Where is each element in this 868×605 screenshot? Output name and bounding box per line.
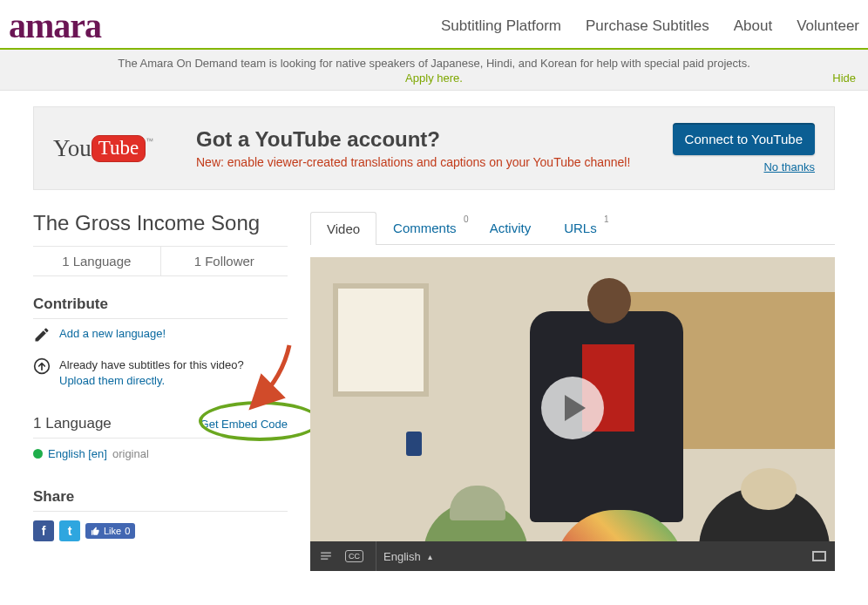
add-language-link[interactable]: Add a new language! xyxy=(59,327,166,340)
get-embed-code-link[interactable]: Get Embed Code xyxy=(200,418,288,431)
video-still-hair xyxy=(741,468,797,510)
youtube-logo-you: You xyxy=(53,135,92,161)
stats-row: 1 Language 1 Follower xyxy=(33,246,288,276)
amara-logo[interactable]: amara xyxy=(9,5,136,46)
transcript-icon[interactable] xyxy=(319,550,333,562)
youtube-logo-tube: Tube xyxy=(92,135,146,162)
apply-here-link[interactable]: Apply here. xyxy=(14,71,854,85)
languages-section-header: 1 Language Get Embed Code xyxy=(33,415,288,438)
nav-volunteer[interactable]: Volunteer xyxy=(797,17,859,35)
chevron-up-icon: ▴ xyxy=(428,552,432,561)
video-tabs: Video Comments0 Activity URLs1 xyxy=(310,211,835,245)
left-column: The Gross Income Song 1 Language 1 Follo… xyxy=(33,211,288,571)
stat-followers[interactable]: 1 Follower xyxy=(160,247,288,275)
tab-urls-label: URLs xyxy=(564,221,597,235)
youtube-promo-box: YouTube™ Got a YouTube account? New: ena… xyxy=(33,106,835,190)
facebook-like-button[interactable]: Like 0 xyxy=(85,523,135,539)
like-count: 0 xyxy=(125,526,130,536)
tab-urls[interactable]: URLs1 xyxy=(547,211,614,244)
svg-rect-1 xyxy=(321,552,331,554)
cc-icon[interactable]: CC xyxy=(345,550,363,562)
twitter-share-button[interactable]: t xyxy=(59,520,80,541)
promo-heading: Got a YouTube account? xyxy=(196,127,673,152)
youtube-logo: YouTube™ xyxy=(53,135,175,162)
pen-icon xyxy=(33,326,51,343)
languages-count-heading: 1 Language xyxy=(33,415,112,432)
svg-rect-3 xyxy=(321,558,328,560)
nav-purchase-subtitles[interactable]: Purchase Subtitles xyxy=(586,17,709,35)
language-item-english: English [en] original xyxy=(33,438,288,469)
video-still-cup xyxy=(406,432,422,456)
subtitle-language-label: English xyxy=(383,550,421,563)
promo-subtext: New: enable viewer-created translations … xyxy=(196,155,673,169)
share-row: f t Like 0 xyxy=(33,512,288,541)
status-dot-icon xyxy=(33,449,43,459)
video-still-frame xyxy=(333,283,429,397)
stat-languages[interactable]: 1 Language xyxy=(33,247,160,275)
upload-icon xyxy=(33,357,51,375)
upload-subtitles-row: Already have subtitles for this video? U… xyxy=(33,350,288,396)
nav-about[interactable]: About xyxy=(734,17,772,35)
tab-comments[interactable]: Comments0 xyxy=(376,211,473,244)
no-thanks-link[interactable]: No thanks xyxy=(673,160,815,173)
hide-announcement-link[interactable]: Hide xyxy=(832,71,856,85)
fullscreen-icon[interactable] xyxy=(812,551,826,561)
site-header: amara Subtitling Platform Purchase Subti… xyxy=(0,0,868,50)
video-title: The Gross Income Song xyxy=(33,211,288,235)
svg-rect-2 xyxy=(321,555,331,557)
video-controls-bar: CC English ▴ xyxy=(310,541,835,571)
play-button[interactable] xyxy=(541,377,604,439)
comments-count-badge: 0 xyxy=(464,214,469,224)
trademark-symbol: ™ xyxy=(146,137,153,146)
english-language-link[interactable]: English [en] xyxy=(48,447,107,460)
add-language-row: Add a new language! xyxy=(33,319,288,350)
nav-subtitling-platform[interactable]: Subtitling Platform xyxy=(441,17,561,35)
announcement-text: The Amara On Demand team is looking for … xyxy=(118,57,750,70)
tab-comments-label: Comments xyxy=(393,221,457,235)
subtitle-language-selector[interactable]: English ▴ xyxy=(376,541,432,571)
tab-activity[interactable]: Activity xyxy=(473,211,548,244)
already-have-subtitles-text: Already have subtitles for this video? xyxy=(59,358,244,371)
thumbs-up-icon xyxy=(91,527,100,536)
share-heading: Share xyxy=(33,488,288,512)
main-nav: Subtitling Platform Purchase Subtitles A… xyxy=(441,17,859,35)
video-player: CC English ▴ xyxy=(310,257,835,571)
connect-youtube-button[interactable]: Connect to YouTube xyxy=(673,123,815,155)
right-column: Video Comments0 Activity URLs1 CC E xyxy=(310,211,835,571)
contribute-heading: Contribute xyxy=(33,296,288,319)
tab-video[interactable]: Video xyxy=(310,212,376,245)
original-label: original xyxy=(112,447,149,460)
upload-directly-link[interactable]: Upload them directly. xyxy=(59,374,165,387)
announcement-bar: The Amara On Demand team is looking for … xyxy=(0,50,868,91)
urls-count-badge: 1 xyxy=(604,214,609,224)
facebook-share-button[interactable]: f xyxy=(33,520,54,541)
like-label: Like xyxy=(104,526,121,536)
